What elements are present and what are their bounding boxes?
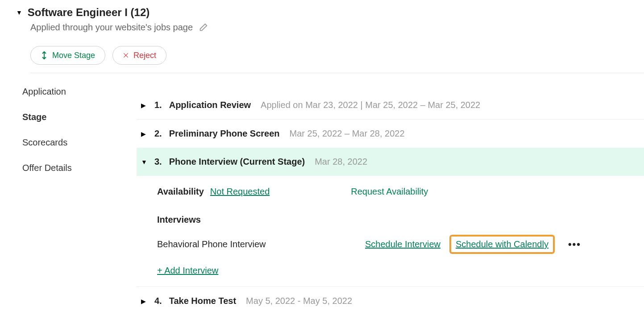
request-availability-link[interactable]: Request Availability (351, 187, 428, 197)
application-source-subtitle: Applied through your website's jobs page (30, 22, 193, 33)
interview-row: Behavioral Phone Interview Schedule Inte… (157, 235, 642, 254)
caret-down-icon[interactable]: ▼ (16, 9, 22, 16)
current-stage-body: Availability Not Requested Request Avail… (137, 176, 644, 286)
schedule-calendly-highlight: Schedule with Calendly (449, 235, 555, 254)
stage-row-preliminary-phone-screen[interactable]: ▶ 2. Preliminary Phone Screen Mar 25, 20… (137, 119, 644, 148)
edit-icon[interactable] (198, 23, 208, 33)
reject-label: Reject (133, 51, 156, 60)
stage-name: Phone Interview (Current Stage) (169, 157, 305, 167)
sidebar-item-stage[interactable]: Stage (22, 112, 119, 122)
stage-dates: Applied on Mar 23, 2022 | Mar 25, 2022 –… (261, 100, 480, 110)
stage-index: 3. (154, 157, 162, 167)
schedule-interview-link[interactable]: Schedule Interview (365, 239, 440, 249)
stage-row-take-home-test[interactable]: ▶ 4. Take Home Test May 5, 2022 - May 5,… (137, 286, 644, 315)
sidebar-item-offer-details[interactable]: Offer Details (22, 163, 119, 173)
divider (30, 73, 644, 73)
stage-index: 2. (154, 129, 162, 139)
stage-row-application-review[interactable]: ▶ 1. Application Review Applied on Mar 2… (137, 98, 644, 119)
reject-icon (123, 52, 129, 58)
caret-down-icon: ▼ (141, 158, 147, 166)
caret-right-icon: ▶ (141, 298, 147, 305)
sidebar: Application Stage Scorecards Offer Detai… (8, 87, 119, 315)
interview-name: Behavioral Phone Interview (157, 239, 356, 249)
move-stage-button[interactable]: Move Stage (30, 46, 105, 65)
availability-label: Availability (157, 187, 204, 197)
stage-dates: Mar 25, 2022 – Mar 28, 2022 (290, 129, 405, 139)
stage-dates: Mar 28, 2022 (315, 157, 367, 167)
sidebar-item-scorecards[interactable]: Scorecards (22, 137, 119, 148)
stage-name: Take Home Test (169, 296, 236, 306)
move-stage-icon (41, 50, 48, 60)
interviews-heading: Interviews (157, 215, 642, 225)
more-options-icon[interactable]: ••• (568, 239, 581, 250)
reject-button[interactable]: Reject (112, 46, 166, 65)
add-interview-link[interactable]: + Add Interview (157, 266, 642, 276)
stage-index: 4. (154, 296, 162, 306)
schedule-with-calendly-link[interactable]: Schedule with Calendly (456, 239, 548, 249)
job-title: Software Engineer I (12) (28, 6, 150, 19)
stage-dates: May 5, 2022 - May 5, 2022 (246, 296, 352, 306)
caret-right-icon: ▶ (141, 130, 147, 137)
sidebar-item-application[interactable]: Application (22, 87, 119, 97)
stage-panel: ▶ 1. Application Review Applied on Mar 2… (137, 87, 644, 315)
caret-right-icon: ▶ (141, 102, 147, 109)
stage-index: 1. (154, 100, 162, 110)
stage-name: Application Review (169, 100, 251, 110)
stage-name: Preliminary Phone Screen (169, 129, 280, 139)
stage-row-phone-interview[interactable]: ▼ 3. Phone Interview (Current Stage) Mar… (137, 148, 644, 176)
move-stage-label: Move Stage (52, 51, 95, 60)
availability-status-link[interactable]: Not Requested (210, 187, 270, 197)
